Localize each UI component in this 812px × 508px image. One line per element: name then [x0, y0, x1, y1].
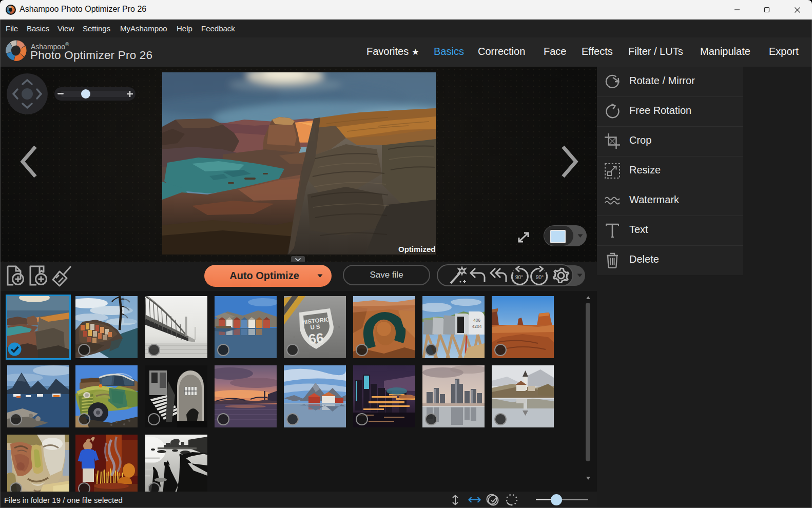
svg-text:90°: 90°: [536, 275, 544, 280]
svg-text:U S: U S: [310, 323, 321, 330]
svg-text:4204: 4204: [472, 324, 482, 329]
svg-text:90°: 90°: [515, 275, 523, 280]
svg-text:406: 406: [473, 318, 480, 323]
svg-text:66: 66: [307, 330, 324, 347]
